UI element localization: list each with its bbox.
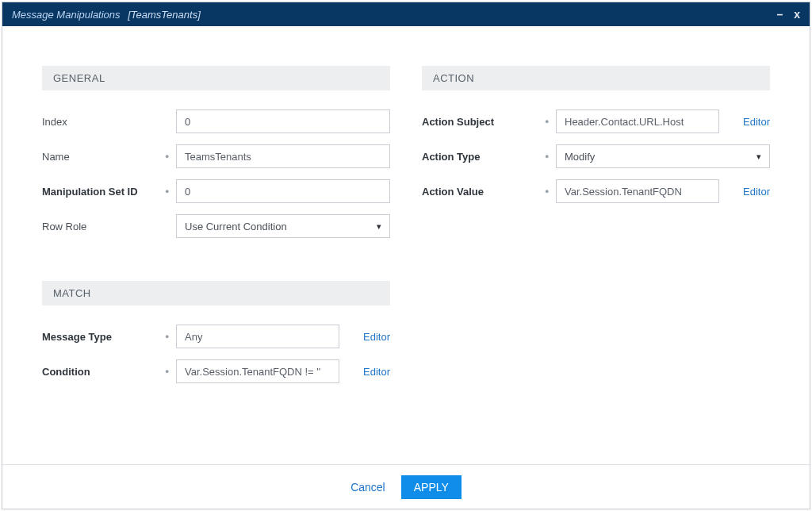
- input-manipulation-set-id[interactable]: [176, 179, 390, 203]
- dialog-body: GENERAL Index Name ● Manipulation Set ID…: [2, 26, 810, 464]
- select-action-type-value: Modify: [565, 151, 595, 163]
- input-name[interactable]: [176, 144, 390, 168]
- input-index[interactable]: [176, 110, 390, 133]
- close-icon[interactable]: x: [794, 8, 800, 21]
- modified-bullet-icon: ●: [165, 368, 176, 375]
- window-controls: – x: [776, 8, 800, 21]
- right-column: ACTION Action Subject ● Editor Action Ty…: [422, 66, 770, 464]
- label-manipulation-set-id: Manipulation Set ID: [42, 186, 165, 198]
- titlebar-text: Message Manipulations [TeamsTenants]: [12, 9, 201, 21]
- input-action-subject[interactable]: [556, 110, 719, 133]
- select-row-role-value: Use Current Condition: [185, 221, 287, 232]
- label-action-value: Action Value: [422, 186, 545, 198]
- row-action-value: Action Value ● Editor: [422, 179, 770, 203]
- input-message-type[interactable]: [176, 325, 339, 348]
- label-action-type: Action Type: [422, 151, 545, 163]
- editor-link-message-type[interactable]: Editor: [349, 331, 390, 343]
- input-action-value[interactable]: [556, 179, 719, 203]
- section-header-general: GENERAL: [42, 66, 390, 90]
- select-action-type[interactable]: Modify: [556, 144, 770, 168]
- apply-button[interactable]: APPLY: [401, 475, 462, 499]
- row-index: Index: [42, 110, 390, 133]
- cancel-button[interactable]: Cancel: [350, 481, 385, 494]
- row-row-role: Row Role Use Current Condition: [42, 214, 390, 238]
- input-condition[interactable]: [176, 359, 339, 383]
- modified-bullet-icon: ●: [545, 188, 556, 195]
- row-message-type: Message Type ● Editor: [42, 325, 390, 348]
- dialog-footer: Cancel APPLY: [2, 464, 810, 509]
- section-header-match: MATCH: [42, 281, 390, 305]
- editor-link-action-subject[interactable]: Editor: [729, 116, 770, 128]
- spacer: [42, 249, 390, 281]
- editor-link-condition[interactable]: Editor: [349, 366, 390, 378]
- modified-bullet-icon: ●: [545, 118, 556, 125]
- section-header-action: ACTION: [422, 66, 770, 90]
- label-message-type: Message Type: [42, 331, 165, 343]
- window-subtitle: [TeamsTenants]: [128, 9, 201, 21]
- titlebar: Message Manipulations [TeamsTenants] – x: [2, 2, 810, 26]
- row-action-subject: Action Subject ● Editor: [422, 110, 770, 133]
- label-name: Name: [42, 151, 165, 163]
- editor-link-action-value[interactable]: Editor: [729, 186, 770, 198]
- modified-bullet-icon: ●: [545, 153, 556, 160]
- dialog-window: Message Manipulations [TeamsTenants] – x…: [2, 2, 810, 509]
- label-row-role: Row Role: [42, 221, 165, 232]
- select-row-role[interactable]: Use Current Condition: [176, 214, 390, 238]
- row-manipulation-set-id: Manipulation Set ID ●: [42, 179, 390, 203]
- row-action-type: Action Type ● Modify: [422, 144, 770, 168]
- modified-bullet-icon: ●: [165, 333, 176, 340]
- left-column: GENERAL Index Name ● Manipulation Set ID…: [42, 66, 390, 464]
- window-title: Message Manipulations: [12, 9, 121, 21]
- label-action-subject: Action Subject: [422, 116, 545, 128]
- modified-bullet-icon: ●: [165, 153, 176, 160]
- label-index: Index: [42, 116, 165, 128]
- row-name: Name ●: [42, 144, 390, 168]
- row-condition: Condition ● Editor: [42, 359, 390, 383]
- minimize-icon[interactable]: –: [776, 8, 783, 21]
- label-condition: Condition: [42, 366, 165, 378]
- modified-bullet-icon: ●: [165, 188, 176, 195]
